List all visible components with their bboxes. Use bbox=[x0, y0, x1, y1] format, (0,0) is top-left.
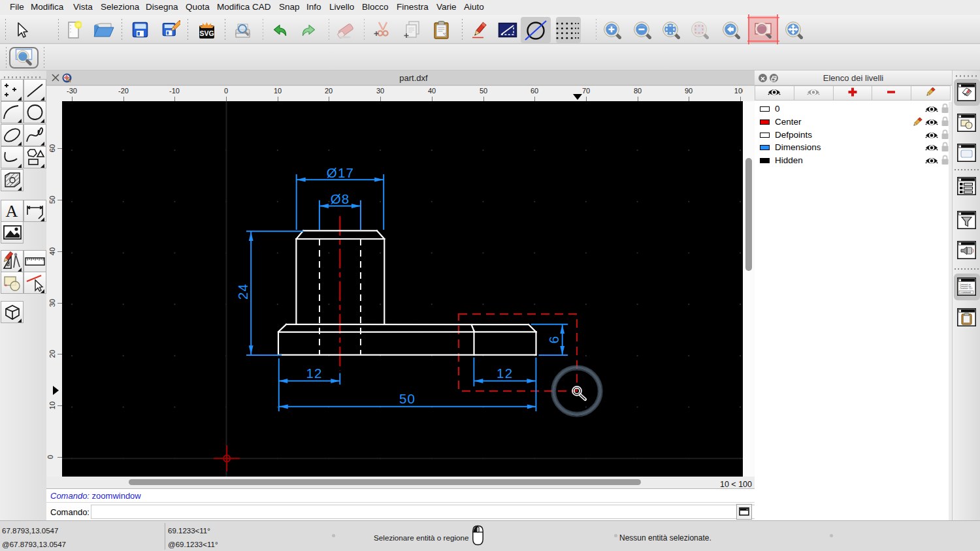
svg-text:12: 12 bbox=[497, 366, 513, 381]
svg-text:6: 6 bbox=[546, 336, 561, 344]
svg-text:50: 50 bbox=[399, 391, 416, 406]
svg-text:24: 24 bbox=[235, 283, 250, 300]
svg-text:Coordinate: 10,0: Coordinate: 10,0 bbox=[960, 287, 973, 290]
svg-text:A: A bbox=[6, 202, 18, 221]
svg-text:12: 12 bbox=[306, 366, 322, 381]
svg-text:Ø8: Ø8 bbox=[331, 191, 350, 206]
svg-text:Ø17: Ø17 bbox=[327, 165, 354, 180]
svg-text:SVG: SVG bbox=[199, 29, 214, 37]
svg-text:> command: > command bbox=[960, 291, 971, 294]
